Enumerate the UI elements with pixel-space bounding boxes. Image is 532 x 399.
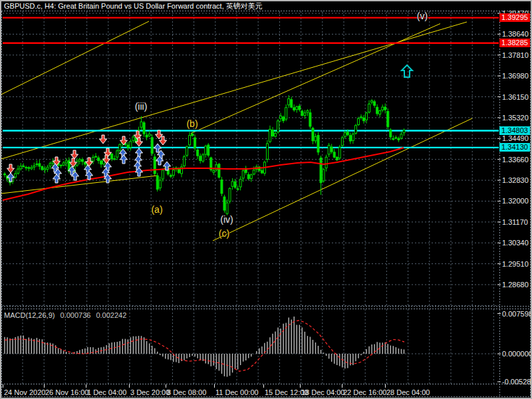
wave-label[interactable]: (b) <box>186 119 198 128</box>
wave-label[interactable]: (iv) <box>220 215 233 224</box>
date-label: 3 Dec 20:00 <box>130 388 170 396</box>
buy-arrow-icon <box>120 155 128 164</box>
price-scale-label: 1.30340 <box>502 239 529 247</box>
axis-ticks <box>3 13 501 388</box>
price-scale-label: 1.28680 <box>502 281 529 289</box>
indicator-name: MACD(12,26,9) <box>4 311 55 319</box>
chart-canvas[interactable] <box>1 1 531 398</box>
chart-title: GBPUSD.c, H4: Great Britain Pound vs US … <box>1 1 501 11</box>
indicator-value-main: 0.000736 <box>60 311 90 319</box>
price-tag: 1.39295 <box>499 13 530 22</box>
panel-borders <box>1 11 531 398</box>
indicator-scale-label: 0.007598 <box>502 310 532 318</box>
sell-arrow-icon <box>7 164 15 173</box>
wave-label[interactable]: (v) <box>417 11 428 21</box>
date-label: 18 Dec 04:00 <box>301 388 344 396</box>
date-label: 11 Dec 00:00 <box>215 388 259 396</box>
price-scale-label: 1.37810 <box>502 51 529 59</box>
indicator-scale-label: 0.000000 <box>502 350 532 358</box>
price-scale-label: 1.36150 <box>502 93 529 101</box>
sell-arrow-icon <box>100 135 107 144</box>
macd-signal-line <box>5 321 404 371</box>
date-label: 22 Dec 16:00 <box>343 388 386 396</box>
price-scale-label: 1.36980 <box>502 72 529 80</box>
indicator-label: MACD(12,26,9) 0.000736 0.002242 <box>4 311 126 319</box>
wave-label[interactable]: (a) <box>151 205 162 214</box>
date-label: 28 Dec 04:00 <box>386 388 430 396</box>
candles <box>4 95 405 215</box>
cyan-up-arrow[interactable] <box>402 65 412 77</box>
chart-title-text: GBPUSD.c, H4: Great Britain Pound vs US … <box>4 2 263 10</box>
mt-chart-window: GBPUSD.c, H4: Great Britain Pound vs US … <box>0 0 532 399</box>
price-scale-label: 1.33660 <box>502 156 529 164</box>
price-scale-label: 1.29510 <box>502 260 529 268</box>
price-scale-label: 1.32830 <box>502 176 529 184</box>
price-scale-label: 1.32000 <box>502 197 529 205</box>
price-scale-label: 1.34490 <box>502 134 529 142</box>
date-label: 26 Nov 16:00 <box>45 388 88 396</box>
date-label: 8 Dec 08:00 <box>167 388 206 396</box>
date-label: 24 Nov 2020 <box>4 388 45 396</box>
price-scale-label: 1.31170 <box>502 218 528 226</box>
price-scale-label: 1.38640 <box>502 30 529 38</box>
wave-label[interactable]: (iii) <box>135 102 148 111</box>
level-lines[interactable] <box>3 18 499 148</box>
indicator-scale-label: -0.005280 <box>502 378 532 386</box>
sell-arrow-icon <box>71 150 78 159</box>
wave-label[interactable]: (c) <box>219 229 229 238</box>
price-tag: 1.34130 <box>499 143 530 152</box>
buy-arrow-icon <box>136 148 143 157</box>
date-label: 1 Dec 04:00 <box>87 388 126 396</box>
price-tag: 1.34803 <box>499 126 530 135</box>
price-scale-label: 1.35320 <box>502 114 529 122</box>
indicator-value-signal: 0.002242 <box>96 311 126 319</box>
grid-lines <box>3 11 499 384</box>
price-tag: 1.38285 <box>499 39 530 47</box>
